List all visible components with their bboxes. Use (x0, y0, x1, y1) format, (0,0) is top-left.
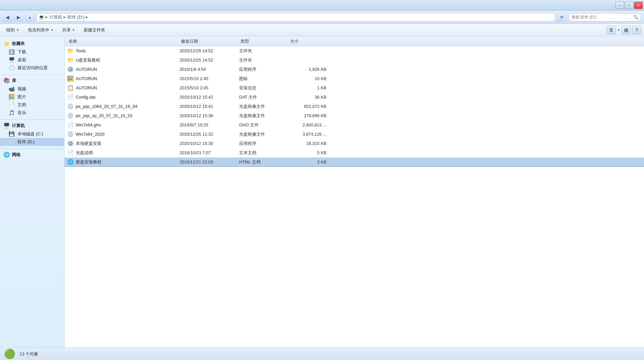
file-name: 光盘说明 (76, 150, 93, 156)
help-button[interactable]: ? (632, 26, 641, 34)
file-name: Win7x64.gho (76, 122, 101, 127)
sidebar-item-music[interactable]: 🎵 音乐 (0, 109, 64, 117)
sidebar-item-d-drive[interactable]: 💿 软件 (D:) (0, 138, 64, 146)
table-row[interactable]: 💿 pe_yqs_xp_20_07_31_15_53 2020/10/12 15… (64, 111, 644, 120)
column-date-label: 修改日期 (181, 38, 198, 44)
file-icon: 📄 (67, 94, 74, 100)
up-button[interactable]: ▲ (25, 13, 34, 22)
new-folder-button[interactable]: 新建文件夹 (80, 25, 109, 35)
address-bar: ◀ ▶ ▲ 💻 ▶ 计算机 ▶ 软件 (D:) ▶ ⟳ 🔍 (0, 11, 644, 24)
file-date-cell: 2020/12/25 14:52 (180, 48, 239, 53)
file-date-cell: 2015/5/10 2:45 (180, 85, 239, 90)
search-box[interactable]: 🔍 (569, 13, 641, 22)
include-library-button[interactable]: 包含到库中 ▼ (24, 25, 57, 35)
file-size-cell: 3 KB (289, 159, 332, 164)
column-size-header[interactable]: 大小 (289, 38, 332, 44)
sidebar-item-recent[interactable]: 🕐 最近访问的位置 (0, 64, 64, 72)
table-row[interactable]: 🌐 硬盘安装教程 2016/11/21 22:03 HTML 文档 3 KB (64, 158, 644, 167)
breadcrumb-sep-1: ▶ (45, 15, 48, 19)
file-list-header: 名称 修改日期 类型 大小 (64, 36, 644, 46)
file-name-cell: 📄 光盘说明 (67, 150, 180, 156)
view-options-button[interactable]: ☰ (607, 26, 616, 34)
column-name-header[interactable]: 名称 (67, 38, 180, 44)
pictures-icon: 🖼️ (9, 94, 15, 100)
file-date-cell: 2020/12/25 14:52 (180, 58, 239, 63)
file-date-cell: 2020/12/25 11:32 (180, 132, 239, 137)
table-row[interactable]: 📋 AUTORUN 2015/5/10 2:45 安装信息 1 KB (64, 83, 644, 93)
file-date-cell: 2020/10/12 15:41 (180, 104, 239, 109)
sidebar-network-header[interactable]: 🌐 网络 (0, 150, 64, 159)
sidebar-divider-2 (0, 119, 64, 120)
sidebar-computer-header[interactable]: 🖥️ 计算机 (0, 121, 64, 130)
file-name-cell: 🌐 硬盘安装教程 (67, 159, 180, 165)
file-icon: ⚙️ (67, 66, 74, 72)
close-button[interactable]: ✕ (634, 2, 643, 9)
sidebar-library-section: 📚 库 📹 视频 🖼️ 图片 📄 文档 🎵 音乐 (0, 76, 64, 117)
minimize-button[interactable]: ─ (616, 2, 624, 9)
table-row[interactable]: 🖼️ AUTORUN 2015/5/10 2:45 图标 10 KB (64, 74, 644, 83)
file-date-cell: 2016/11/21 22:03 (180, 159, 239, 164)
maximize-button[interactable]: □ (625, 2, 633, 9)
back-button[interactable]: ◀ (3, 13, 12, 22)
file-list: 📁 Tools 2020/12/25 14:52 文件夹 📁 U盘安装教程 20… (64, 46, 644, 347)
organize-button[interactable]: 组织 ▼ (3, 25, 23, 35)
organize-label: 组织 (6, 27, 15, 33)
table-row[interactable]: 💿 pe_yqs_1064_20_07_31_16_04 2020/10/12 … (64, 102, 644, 111)
file-icon: 🖼️ (67, 75, 74, 82)
sidebar-item-documents[interactable]: 📄 文档 (0, 101, 64, 109)
file-name: pe_yqs_xp_20_07_31_15_53 (76, 113, 132, 118)
table-row[interactable]: 📁 U盘安装教程 2020/12/25 14:52 文件夹 (64, 56, 644, 65)
table-row[interactable]: 📄 Win7x64.gho 2019/9/7 19:25 GHO 文件 2,90… (64, 120, 644, 130)
sidebar-item-desktop[interactable]: 🖥️ 桌面 (0, 56, 64, 64)
sidebar-library-header[interactable]: 📚 库 (0, 76, 64, 85)
favorites-label: 收藏夹 (12, 41, 25, 47)
file-icon: ⚙️ (67, 140, 74, 147)
sidebar: ⭐ 收藏夹 ⬇️ 下载 🖥️ 桌面 🕐 最近访问的位置 📚 库 (0, 36, 64, 347)
file-name: Win7x64_2020 (76, 132, 105, 137)
share-button[interactable]: 共享 ▼ (59, 25, 79, 35)
sidebar-network-section: 🌐 网络 (0, 150, 64, 159)
sidebar-favorites-header[interactable]: ⭐ 收藏夹 (0, 39, 64, 48)
file-type-cell: 文本文档 (239, 150, 289, 156)
favorites-icon: ⭐ (3, 40, 10, 47)
sidebar-item-c-drive[interactable]: 💾 本地磁盘 (C:) (0, 130, 64, 138)
sidebar-item-download[interactable]: ⬇️ 下载 (0, 48, 64, 56)
table-row[interactable]: ⚙️ 本地硬盘安装 2020/10/12 15:30 应用程序 28,315 K… (64, 139, 644, 148)
forward-button[interactable]: ▶ (14, 13, 23, 22)
sidebar-item-pictures[interactable]: 🖼️ 图片 (0, 93, 64, 101)
documents-icon: 📄 (9, 102, 15, 108)
file-name-cell: 🖼️ AUTORUN (67, 75, 180, 82)
file-name: Tools (76, 48, 86, 53)
column-type-label: 类型 (240, 38, 249, 44)
breadcrumb-drive[interactable]: 软件 (D:) (67, 14, 84, 20)
sidebar-item-video[interactable]: 📹 视频 (0, 85, 64, 93)
table-row[interactable]: 💿 Win7x64_2020 2020/12/25 11:32 光盘映像文件 3… (64, 130, 644, 139)
music-icon: 🎵 (9, 110, 15, 116)
file-type-cell: 应用程序 (239, 141, 289, 147)
title-bar: ─ □ ✕ (0, 0, 644, 11)
file-name: AUTORUN (76, 85, 97, 90)
file-icon: 📁 (67, 57, 74, 63)
file-icon: 📄 (67, 150, 74, 156)
table-row[interactable]: 📄 光盘说明 2016/10/23 7:07 文本文档 5 KB (64, 148, 644, 158)
table-row[interactable]: 📄 Config.dat 2020/10/12 15:42 DAT 文件 36 … (64, 93, 644, 102)
file-date-cell: 2016/10/23 7:07 (180, 150, 239, 155)
documents-label: 文档 (18, 102, 26, 108)
column-date-header[interactable]: 修改日期 (180, 38, 239, 44)
sidebar-divider-3 (0, 149, 64, 149)
table-row[interactable]: ⚙️ AUTORUN 2016/1/8 4:54 应用程序 1,926 KB (64, 65, 644, 74)
file-name-cell: 💿 pe_yqs_xp_20_07_31_15_53 (67, 112, 180, 119)
column-type-header[interactable]: 类型 (239, 38, 289, 44)
file-name: 本地硬盘安装 (76, 141, 102, 147)
file-size-cell: 3,874,126 ... (289, 132, 332, 137)
file-type-cell: 安装信息 (239, 85, 289, 91)
file-icon: 💿 (67, 103, 74, 110)
file-type-cell: 文件夹 (239, 57, 289, 63)
refresh-button[interactable]: ⟳ (557, 13, 567, 22)
file-size-cell: 28,315 KB (289, 141, 332, 146)
breadcrumb-computer[interactable]: 计算机 (49, 14, 62, 20)
file-type-cell: 图标 (239, 76, 289, 82)
preview-pane-button[interactable]: ▤ (622, 26, 631, 34)
search-input[interactable] (572, 15, 632, 20)
table-row[interactable]: 📁 Tools 2020/12/25 14:52 文件夹 (64, 46, 644, 56)
